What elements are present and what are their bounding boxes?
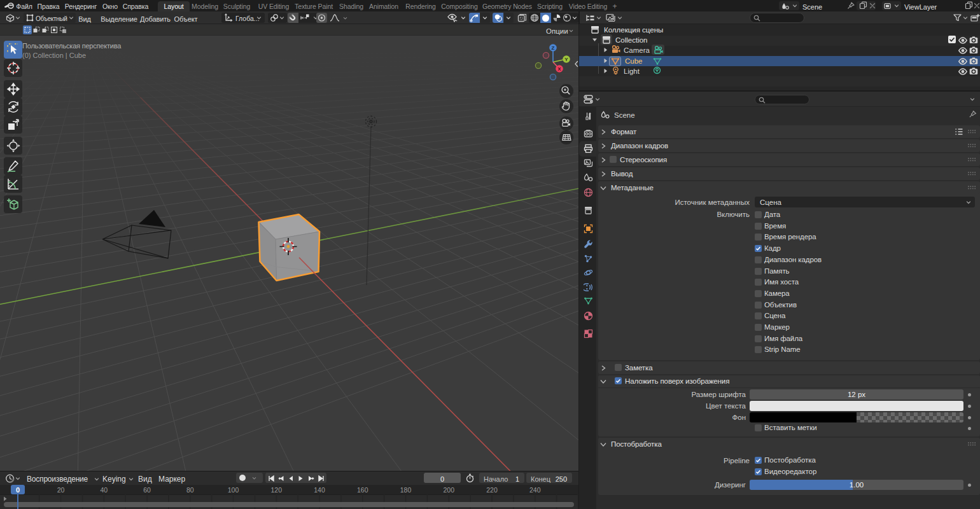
- svg-text:X: X: [557, 66, 561, 72]
- svg-text:Z: Z: [552, 45, 555, 51]
- svg-text:Y: Y: [564, 57, 568, 62]
